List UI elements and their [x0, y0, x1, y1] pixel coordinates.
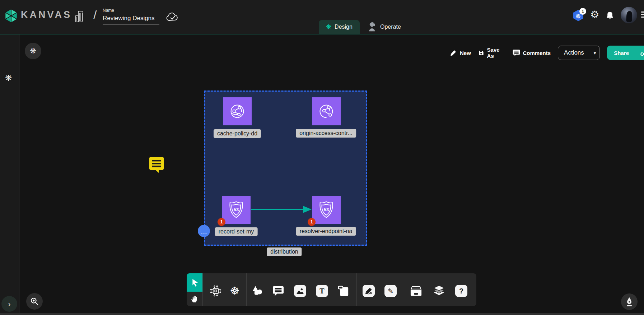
kanvas-app: KANVAS / Name ❋ Design: [0, 0, 644, 315]
meshery-spiral-icon[interactable]: ❋: [5, 73, 12, 83]
link-icon: [640, 49, 644, 57]
toolbar-divider: [356, 273, 357, 306]
tab-operate-label: Operate: [380, 24, 401, 30]
left-sidebar: ❋: [0, 34, 19, 315]
save-as-label: Save As: [487, 47, 505, 59]
new-pencil-icon: [450, 49, 457, 56]
edge-record-to-resolver[interactable]: [251, 204, 312, 215]
new-button[interactable]: New: [450, 49, 471, 56]
shapes-icon: [251, 284, 264, 297]
design-pen-button[interactable]: [621, 293, 638, 310]
share-split-button[interactable]: Share: [607, 46, 644, 60]
layers-icon: [433, 285, 445, 297]
settings-gear-icon[interactable]: ⚙: [590, 9, 599, 20]
save-floppy-icon: [478, 50, 484, 56]
help-tool-button[interactable]: ?: [454, 284, 468, 298]
node-issue-badge[interactable]: 1: [308, 218, 316, 226]
copy-link-button[interactable]: [636, 46, 644, 60]
widgets-flower-button[interactable]: ❋: [25, 43, 41, 59]
kubernetes-context-count: 1: [579, 8, 586, 15]
actions-caret-button[interactable]: ▾: [590, 46, 600, 60]
comment-tool-button[interactable]: [271, 284, 285, 298]
chevron-right-icon: ›: [8, 300, 11, 308]
organization-icon[interactable]: [75, 10, 86, 23]
help-icon: ?: [455, 285, 467, 297]
header: KANVAS / Name ❋ Design: [0, 0, 644, 34]
actions-split-button[interactable]: Actions ▾: [558, 46, 600, 60]
comment-icon: [272, 286, 284, 296]
dashed-rect-icon: [201, 229, 207, 233]
magnifier-plus-icon: [30, 297, 39, 306]
breadcrumb-separator: /: [93, 8, 97, 22]
toolbar-divider: [202, 273, 203, 306]
design-spiral-icon: ❋: [326, 24, 331, 30]
overflow-menu-icon[interactable]: [641, 11, 644, 19]
text-tool-button[interactable]: T: [315, 284, 329, 298]
group-label-distribution[interactable]: distribution: [267, 247, 302, 256]
caret-down-icon: ▾: [594, 50, 596, 56]
node-record-set[interactable]: 53 1: [222, 196, 251, 224]
user-avatar[interactable]: [621, 7, 637, 23]
components-tool-button[interactable]: [209, 284, 223, 298]
group-selection-handle[interactable]: [198, 225, 210, 237]
hand-icon: [190, 295, 199, 303]
svg-text:53: 53: [324, 207, 329, 212]
toolbar-divider: [403, 273, 403, 306]
sticky-note-icon: [337, 285, 349, 297]
flower-icon: ❋: [30, 47, 36, 55]
design-name-group: Name: [103, 8, 159, 24]
design-name-label: Name: [103, 8, 159, 13]
tab-design[interactable]: ❋ Design: [319, 20, 360, 34]
kanvas-logo-text: KANVAS: [21, 9, 72, 20]
kubernetes-context-button[interactable]: ☸ 1: [573, 9, 585, 23]
pan-tool-button[interactable]: [187, 292, 202, 306]
node-label-cache-policy[interactable]: cache-policy-dd: [214, 129, 261, 138]
node-issue-badge[interactable]: 1: [218, 218, 225, 226]
text-icon: T: [316, 285, 328, 297]
archive-tool-button[interactable]: [409, 284, 423, 298]
cloud-sync-icon[interactable]: [165, 11, 179, 22]
origin-access-globe-icon: [318, 103, 335, 120]
share-label[interactable]: Share: [607, 46, 636, 60]
operate-person-icon: [368, 22, 377, 32]
comments-label: Comments: [523, 50, 551, 56]
pen-path-icon: [363, 285, 375, 297]
node-label-origin-access[interactable]: origin-access-contr...: [296, 129, 356, 138]
layers-tool-button[interactable]: [432, 284, 446, 298]
notifications-bell-icon[interactable]: [605, 11, 615, 21]
pen-nib-icon: [625, 297, 634, 307]
node-origin-access-control[interactable]: [312, 97, 341, 125]
design-name-input[interactable]: [103, 14, 159, 24]
comments-button[interactable]: Comments: [513, 49, 551, 56]
kanvas-logo-icon[interactable]: [5, 9, 18, 23]
node-cache-policy[interactable]: [223, 97, 252, 125]
new-label: New: [460, 50, 471, 56]
node-label-resolver-endpoint[interactable]: resolver-endpoint-na: [296, 227, 356, 236]
tab-design-label: Design: [335, 24, 353, 30]
route53-shield-icon: 53: [227, 200, 245, 219]
save-as-button[interactable]: Save As: [478, 47, 505, 59]
shapes-tool-button[interactable]: [250, 284, 265, 298]
route53-shield-icon: 53: [317, 200, 335, 219]
note-tool-button[interactable]: [336, 284, 350, 298]
design-action-bar: New Save As Comments Actions ▾: [450, 45, 644, 60]
expand-sidebar-button[interactable]: ›: [1, 296, 17, 312]
svg-text:53: 53: [234, 207, 239, 212]
tab-operate[interactable]: Operate: [360, 20, 408, 34]
drawer-icon: [410, 285, 423, 297]
zoom-in-button[interactable]: [26, 293, 43, 310]
image-icon: [294, 285, 306, 297]
comment-pin-icon[interactable]: [149, 156, 164, 173]
select-tool-button[interactable]: [187, 273, 202, 292]
chip-icon: [209, 284, 222, 297]
freehand-draw-tool-button[interactable]: ✎: [383, 284, 398, 298]
canvas-toolbar: ☸: [187, 273, 476, 306]
cursor-icon: [190, 278, 199, 287]
kubernetes-tool-button[interactable]: ☸: [228, 284, 242, 298]
pen-path-tool-button[interactable]: [361, 284, 376, 298]
node-label-record-set[interactable]: record-set-my: [215, 227, 258, 236]
image-tool-button[interactable]: [293, 284, 307, 298]
actions-label[interactable]: Actions: [558, 46, 590, 60]
pencil-scribble-icon: ✎: [384, 285, 397, 297]
node-resolver-endpoint[interactable]: 53 1: [312, 196, 341, 224]
